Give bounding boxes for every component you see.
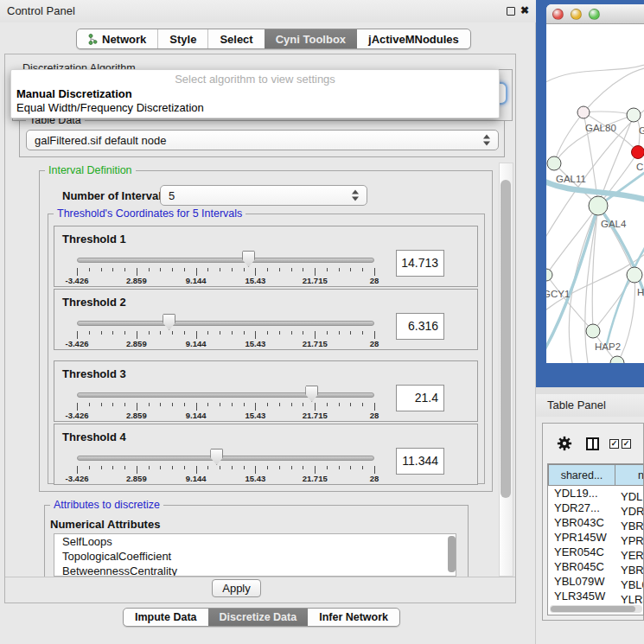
table-row[interactable]: YLR345WYLR3: [548, 589, 644, 603]
close-traffic-light[interactable]: [552, 9, 564, 20]
dropdown-option-equal-width-frequency[interactable]: Equal Width/Frequency Discretization: [16, 101, 204, 114]
numerical-attributes-list[interactable]: SelfLoopsTopologicalCoefficientBetweenne…: [54, 533, 456, 577]
tab-style[interactable]: Style: [157, 29, 207, 48]
float-window-icon[interactable]: [507, 7, 515, 16]
checkbox-checked-icon[interactable]: ✓: [622, 439, 631, 449]
network-node-label: GAL80: [585, 123, 616, 133]
tab-discretize-data[interactable]: Discretize Data: [208, 609, 309, 626]
slider-tick-labels: -3.4262.8599.14415.4321.71528: [77, 339, 374, 348]
tab-network[interactable]: Network: [77, 29, 157, 48]
dropdown-prompt-item[interactable]: Select algorithm to view settings: [11, 73, 499, 86]
network-edge: [583, 112, 634, 115]
tab-label: Network: [102, 33, 146, 46]
slider-tick-labels: -3.4262.8599.14415.4321.71528: [77, 474, 374, 483]
threshold-slider-thumb[interactable]: [163, 314, 175, 330]
table-hscrollbar[interactable]: [550, 605, 642, 613]
number-of-intervals-combobox[interactable]: 5: [160, 185, 367, 206]
threshold-value-field[interactable]: 21.4: [396, 385, 444, 411]
threshold-value-field[interactable]: 14.713: [396, 250, 444, 277]
threshold-panel-3: Threshold 3-3.4262.8599.14415.4321.71528…: [54, 360, 478, 422]
threshold-slider-thumb[interactable]: [210, 449, 223, 465]
tab-label: Impute Data: [135, 611, 197, 623]
threshold-slider-thumb[interactable]: [242, 251, 255, 267]
network-node-label: C: [636, 162, 643, 172]
table-row[interactable]: YDL19...YDL1: [548, 486, 644, 501]
slider-tick-labels: -3.4262.8599.14415.4321.71528: [77, 276, 374, 285]
table-row[interactable]: YIL052CYIL0: [548, 603, 644, 604]
column-header-name[interactable]: n: [615, 464, 644, 486]
checkbox-checked-icon[interactable]: ✓: [609, 439, 619, 449]
cell-shared-name: YBR043C: [548, 515, 615, 530]
network-node-h[interactable]: [627, 267, 642, 283]
network-node-c[interactable]: [632, 146, 644, 159]
tab-label: Cyni Toolbox: [276, 33, 346, 46]
table-row[interactable]: YPR145WYPR1: [548, 530, 644, 545]
table-row[interactable]: YBR043CYBR0: [548, 515, 644, 530]
network-node-gcy1[interactable]: [546, 269, 552, 281]
network-canvas[interactable]: GAL80GACGAL11GAL4GCY1HHAP2: [546, 24, 644, 363]
combo-arrows-icon: [352, 190, 359, 201]
tab-label: Style: [169, 33, 196, 46]
tab-label: Discretize Data: [220, 611, 297, 623]
tab-cyni-toolbox[interactable]: Cyni Toolbox: [265, 29, 357, 48]
cell-shared-name: YBL079W: [548, 574, 615, 589]
table-panel-titlebar: Table Panel: [536, 394, 644, 417]
threshold-slider-track[interactable]: [77, 392, 374, 398]
column-header-shared-name[interactable]: shared...: [548, 464, 615, 486]
network-node-label: HAP2: [595, 341, 621, 352]
threshold-slider-track[interactable]: [77, 321, 374, 326]
node-table-rows: YDL19...YDL1YDR27...YDR2YBR043CYBR0YPR14…: [548, 486, 644, 604]
apply-button[interactable]: Apply: [212, 579, 261, 597]
threshold-label: Threshold 4: [62, 430, 126, 443]
threshold-panel-2: Threshold 2-3.4262.8599.14415.4321.71528…: [54, 289, 478, 350]
network-node-gal80[interactable]: [577, 106, 590, 118]
threshold-slider-thumb[interactable]: [305, 386, 318, 402]
cell-shared-name: YLR345W: [548, 589, 615, 603]
cell-shared-name: YBR045C: [548, 559, 615, 574]
network-edge: [546, 206, 598, 275]
table-row[interactable]: YER054CYER0: [548, 545, 644, 559]
tab-impute-data[interactable]: Impute Data: [124, 609, 208, 626]
tab-select[interactable]: Select: [207, 29, 264, 48]
panel-scrollbar-thumb[interactable]: [501, 180, 511, 498]
table-row[interactable]: YBL079WYBL0: [548, 574, 644, 589]
threshold-slider-track[interactable]: [77, 258, 374, 263]
table-hscrollbar-thumb[interactable]: [551, 606, 635, 612]
table-row[interactable]: YBR045CYBR0: [548, 559, 644, 574]
network-node-ga[interactable]: [627, 108, 641, 122]
split-columns-icon[interactable]: [586, 437, 599, 450]
network-edge: [583, 67, 644, 112]
minimize-traffic-light[interactable]: [571, 9, 582, 20]
network-node-gal11[interactable]: [547, 156, 561, 170]
tab-jactivemnodules[interactable]: jActiveMNodules: [357, 29, 470, 48]
network-node-label: GA: [639, 125, 644, 136]
threshold-panel-4: Threshold 4-3.4262.8599.14415.4321.71528…: [54, 424, 478, 485]
network-node-label: GAL11: [556, 174, 586, 184]
gear-icon[interactable]: [557, 436, 572, 451]
control-panel-titlebar: Control Panel ✖: [0, 0, 536, 22]
network-node-label: GCY1: [546, 289, 570, 299]
dropdown-option-manual-discretization[interactable]: Manual Discretization: [16, 87, 132, 100]
threshold-label: Threshold 1: [62, 233, 126, 245]
tab-infer-network[interactable]: Infer Network: [308, 609, 399, 626]
number-of-intervals-label: Number of Intervals: [62, 189, 168, 202]
threshold-slider-track[interactable]: [77, 456, 374, 461]
combo-arrows-icon: [483, 135, 490, 146]
network-node-gal4[interactable]: [589, 196, 608, 215]
network-node-hap2[interactable]: [586, 324, 600, 338]
threshold-value-field[interactable]: 6.316: [396, 313, 444, 340]
threshold-value-field[interactable]: 11.344: [396, 448, 444, 475]
node-table: shared... n YDL19...YDL1YDR27...YDR2YBR0…: [547, 463, 644, 615]
network-edge: [554, 112, 583, 163]
attribute-item-betweennesscentrality[interactable]: BetweennessCentrality: [54, 564, 456, 577]
attribute-item-topologicalcoefficient[interactable]: TopologicalCoefficient: [54, 549, 456, 564]
network-node-label: GAL4: [601, 219, 627, 229]
table-row[interactable]: YDR27...YDR2: [548, 501, 644, 515]
zoom-traffic-light[interactable]: [589, 9, 600, 20]
close-icon[interactable]: ✖: [520, 4, 529, 16]
attributes-list-scrollbar[interactable]: [448, 536, 456, 572]
attribute-item-selfloops[interactable]: SelfLoops: [54, 534, 456, 549]
control-panel-window: Control Panel ✖ NetworkStyleSelectCyni T…: [0, 0, 536, 644]
divider: [536, 387, 644, 394]
table-data-combobox[interactable]: galFiltered.sif default node: [26, 130, 499, 150]
